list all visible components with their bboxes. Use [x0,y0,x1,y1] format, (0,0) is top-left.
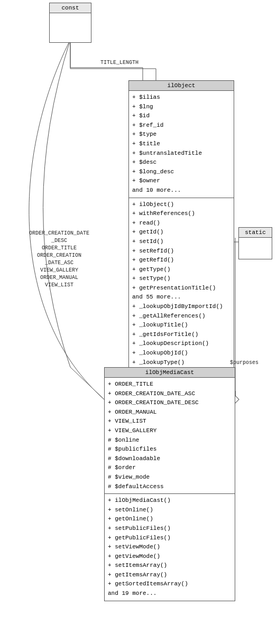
mc-prop-6: # $defaultAccess [108,482,232,492]
static-box-header: static [239,228,272,238]
meth-1: + ilObject() [132,200,230,210]
meth-11: + _lookupObjIdByImportId() [132,302,230,312]
mc-meth-more: and 19 more... [108,589,232,599]
prop-3: + $id [132,111,230,121]
mc-const-4: + ORDER_MANUAL [108,408,232,417]
mc-meth-9: + getItemsArray() [108,571,232,580]
ilobject-properties: + $ilias + $lng + $id + $ref_id + $type … [129,91,234,198]
left-label-3: ORDER_TITLE [29,245,89,252]
meth-5: + setId() [132,237,230,247]
left-label-2: _DESC [29,237,89,245]
meth-12: + _getAllReferences() [132,312,230,321]
ilobj-mediacast-box: ilObjMediaCast + ORDER_TITLE + ORDER_CRE… [104,367,235,601]
mc-prop-3: # $downloadable [108,454,232,464]
mc-meth-5: + getPublicFiles() [108,534,232,543]
purposes-label: $purposes [230,359,258,367]
mc-meth-8: + setItemsArray() [108,561,232,571]
meth-13: + _lookupTitle() [132,321,230,330]
mc-prop-1: # $online [108,436,232,445]
meth-17: + _lookupType() [132,358,230,368]
mc-const-2: + ORDER_CREATION_DATE_ASC [108,389,232,399]
mc-meth-7: + getViewMode() [108,552,232,562]
mc-prop-2: # $publicfiles [108,445,232,454]
meth-16: + _lookupObjId() [132,349,230,358]
prop-4: + $ref_id [132,121,230,130]
prop-1: + $ilias [132,93,230,102]
ilobj-mediacast-header: ilObjMediaCast [105,368,235,378]
static-box-body [239,238,272,259]
mc-const-3: + ORDER_CREATION_DATE_DESC [108,398,232,408]
meth-15: + _lookupDescription() [132,339,230,349]
mc-meth-2: + setOnline() [108,506,232,515]
left-label-6: VIEW_GALLERY [29,267,89,274]
meth-8: + getType() [132,265,230,275]
diagram-container: const TITLE_LENGTH ilObject + $ilias + $… [0,0,277,644]
left-label-7: ORDER_MANUAL [29,274,89,282]
ilobj-mediacast-constants: + ORDER_TITLE + ORDER_CREATION_DATE_ASC … [105,378,235,494]
meth-14: + _getIdsForTitle() [132,330,230,340]
mc-meth-10: + getSortedItemsArray() [108,580,232,589]
left-label-8: VIEW_LIST [29,282,89,289]
ilobject-header: ilObject [129,81,234,91]
title-length-label: TITLE_LENGTH [100,59,138,67]
mc-meth-3: + getOnline() [108,515,232,524]
prop-6: + $title [132,139,230,149]
left-label-5: _DATE_ASC [29,259,89,267]
mc-meth-4: + setPublicFiles() [108,524,232,534]
meth-2: + withReferences() [132,209,230,219]
left-label-1: ORDER_CREATION_DATE [29,230,89,237]
prop-2: + $lng [132,102,230,112]
mc-const-6: + VIEW_GALLERY [108,426,232,436]
static-box: static [238,227,272,259]
meth-9: + setType() [132,274,230,284]
prop-7: + $untranslatedTitle [132,149,230,158]
mc-prop-5: # $view_mode [108,473,232,482]
meth-6: + setRefId() [132,247,230,256]
meth-4: + getId() [132,228,230,237]
svg-line-3 [70,367,104,399]
meth-more1: and 55 more... [132,293,230,302]
prop-5: + $type [132,130,230,139]
ilobj-mediacast-methods: + ilObjMediaCast() + setOnline() + getOn… [105,494,235,601]
prop-10: + $owner [132,176,230,186]
mc-meth-1: + ilObjMediaCast() [108,496,232,506]
meth-3: + read() [132,219,230,228]
const-box-body [50,13,91,42]
const-box: const [49,3,91,43]
prop-8: + $desc [132,158,230,167]
prop-9: + $long_desc [132,167,230,177]
mc-meth-6: + setViewMode() [108,543,232,552]
const-box-header: const [50,3,91,13]
mc-const-1: + ORDER_TITLE [108,380,232,389]
left-label-4: ORDER_CREATION [29,252,89,259]
ilobject-box: ilObject + $ilias + $lng + $id + $ref_id… [128,80,234,407]
meth-10: + getPresentationTitle() [132,284,230,293]
mc-prop-4: # $order [108,463,232,473]
prop-more: and 10 more... [132,186,230,195]
meth-7: + getRefId() [132,256,230,265]
mc-const-5: + VIEW_LIST [108,417,232,426]
left-labels: ORDER_CREATION_DATE _DESC ORDER_TITLE OR… [29,230,89,289]
